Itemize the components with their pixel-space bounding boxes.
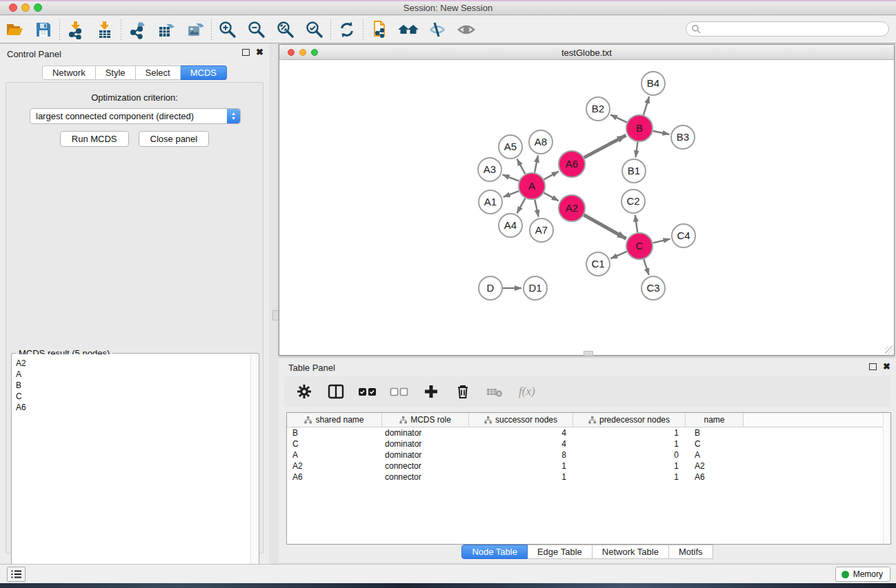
table-cell[interactable]: connector — [382, 472, 469, 482]
column-tree-icon — [588, 416, 596, 424]
delete-columns-icon[interactable] — [452, 381, 473, 402]
graph-edge-A-A3 — [503, 174, 519, 181]
horizontal-split-handle[interactable] — [584, 351, 593, 356]
graph-node-label-A1: A1 — [484, 196, 497, 207]
table-cell[interactable]: dominator — [382, 450, 469, 460]
select-all-checkboxes-icon[interactable] — [357, 381, 378, 402]
zoom-selected-icon[interactable] — [300, 18, 329, 41]
graph-edge-C-C1 — [610, 252, 626, 258]
open-file-icon[interactable] — [0, 18, 29, 41]
table-cell[interactable]: 1 — [469, 461, 573, 471]
table-panel-title: Table Panel — [288, 363, 335, 373]
table-cell[interactable]: B — [287, 428, 382, 438]
table-cell[interactable]: 1 — [469, 472, 573, 482]
export-network-icon[interactable] — [123, 18, 152, 41]
run-mcds-button[interactable]: Run MCDS — [60, 131, 129, 147]
node-table[interactable]: shared nameMCDS rolesuccessor nodesprede… — [286, 412, 891, 545]
table-row[interactable]: A6connector11A6 — [287, 472, 890, 483]
table-cell[interactable]: connector — [382, 461, 469, 471]
table-cell[interactable]: 1 — [573, 428, 686, 438]
task-history-button[interactable] — [7, 567, 26, 582]
export-table-icon[interactable] — [152, 18, 181, 41]
float-panel-icon[interactable] — [242, 49, 250, 56]
mcds-result-item[interactable]: B — [16, 380, 250, 391]
home-layout-icon[interactable] — [394, 18, 423, 41]
save-session-icon[interactable] — [29, 18, 58, 41]
mcds-result-list[interactable]: A2ABCA6 — [12, 354, 250, 587]
import-table-icon[interactable] — [90, 18, 119, 41]
table-tab-network-table[interactable]: Network Table — [593, 545, 669, 559]
mcds-result-item[interactable]: C — [16, 391, 250, 402]
add-column-icon[interactable] — [421, 381, 441, 402]
column-header-mcds-role[interactable]: MCDS role — [382, 413, 469, 427]
hide-details-icon[interactable] — [423, 18, 452, 41]
tab-network[interactable]: Network — [42, 65, 96, 80]
export-image-icon[interactable] — [181, 18, 210, 41]
mcds-result-box: MCDS result (5 nodes) A2ABCA6 — [11, 353, 259, 588]
close-table-panel-icon[interactable]: ✖ — [883, 363, 890, 370]
zoom-fit-icon[interactable] — [271, 18, 300, 41]
mcds-result-item[interactable]: A6 — [16, 402, 250, 413]
search-input[interactable] — [701, 23, 888, 35]
table-cell[interactable]: C — [287, 439, 382, 449]
column-header-successor-nodes[interactable]: successor nodes — [469, 413, 573, 427]
table-scrollbar[interactable] — [883, 413, 890, 544]
table-cell[interactable]: A6 — [287, 472, 382, 482]
mcds-result-item[interactable]: A — [16, 369, 250, 380]
tab-style[interactable]: Style — [96, 65, 136, 80]
table-cell[interactable]: B — [686, 428, 744, 438]
table-cell[interactable]: 1 — [573, 461, 686, 471]
column-header-shared-name[interactable]: shared name — [287, 413, 382, 427]
column-header-name[interactable]: name — [686, 413, 744, 427]
table-cell[interactable]: C — [686, 439, 744, 449]
show-graphics-icon[interactable] — [452, 18, 481, 41]
deselect-all-checkboxes-icon[interactable] — [389, 381, 410, 402]
table-tab-edge-table[interactable]: Edge Table — [528, 545, 593, 559]
table-row[interactable]: A2connector11A2 — [287, 460, 890, 472]
import-network-icon[interactable] — [61, 18, 90, 41]
close-panel-icon[interactable]: ✖ — [256, 49, 263, 56]
function-builder-icon[interactable]: f(x) — [516, 385, 535, 398]
table-cell[interactable]: 4 — [469, 439, 573, 449]
search-field[interactable] — [686, 21, 889, 37]
search-icon — [691, 24, 701, 34]
refresh-icon[interactable] — [332, 18, 361, 41]
table-tab-motifs[interactable]: Motifs — [669, 545, 713, 559]
network-graph[interactable]: B4B2BB3B1C2A5A8A6A3AA1A2A4A7CC4C1C3DD1 — [279, 60, 894, 355]
table-cell[interactable]: dominator — [382, 439, 469, 449]
close-panel-button[interactable]: Close panel — [139, 131, 210, 147]
vertical-split-handle[interactable] — [272, 310, 279, 321]
network-canvas[interactable]: B4B2BB3B1C2A5A8A6A3AA1A2A4A7CC4C1C3DD1 — [279, 60, 894, 355]
table-tab-node-table[interactable]: Node Table — [461, 545, 528, 559]
tab-select[interactable]: Select — [136, 65, 181, 80]
memory-button[interactable]: Memory — [835, 567, 890, 582]
table-cell[interactable]: A6 — [686, 472, 744, 482]
tab-mcds[interactable]: MCDS — [181, 65, 227, 80]
table-cell[interactable]: A2 — [287, 461, 382, 471]
split-table-icon[interactable] — [326, 381, 346, 402]
table-cell[interactable]: A — [686, 450, 744, 460]
window-resize-grip[interactable] — [885, 346, 893, 354]
network-from-file-icon[interactable] — [365, 18, 394, 41]
zoom-in-icon[interactable] — [213, 18, 242, 41]
table-cell[interactable]: 1 — [573, 472, 686, 482]
table-row[interactable]: Bdominator41B — [287, 427, 890, 438]
mcds-result-item[interactable]: A2 — [16, 358, 250, 369]
result-scrollbar[interactable] — [250, 354, 258, 587]
settings-gear-icon[interactable] — [294, 381, 315, 402]
column-header-predecessor-nodes[interactable]: predecessor nodes — [573, 413, 686, 427]
network-window-titlebar[interactable]: testGlobe.txt — [279, 45, 894, 60]
table-row[interactable]: Cdominator41C — [287, 438, 890, 449]
table-cell[interactable]: dominator — [382, 428, 469, 438]
criterion-dropdown[interactable]: largest connected component (directed) ▲… — [30, 108, 241, 124]
table-cell[interactable]: A2 — [686, 461, 744, 471]
table-cell[interactable]: 0 — [573, 450, 686, 460]
table-cell[interactable]: 1 — [573, 439, 686, 449]
float-table-panel-icon[interactable] — [869, 363, 877, 370]
delete-table-icon[interactable] — [484, 381, 505, 402]
table-cell[interactable]: 4 — [469, 428, 573, 438]
table-cell[interactable]: A — [287, 450, 382, 460]
zoom-out-icon[interactable] — [242, 18, 271, 41]
table-row[interactable]: Adominator80A — [287, 449, 890, 460]
table-cell[interactable]: 8 — [469, 450, 573, 460]
